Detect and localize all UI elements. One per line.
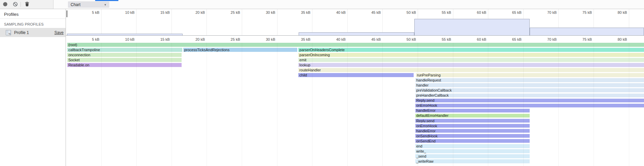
gridline — [172, 43, 172, 166]
ruler-tick-label: 45 kB — [363, 37, 381, 41]
toolbar-separator — [21, 2, 21, 7]
ruler-tick-label: 10 kB — [117, 37, 135, 41]
sidebar-section-label: SAMPLING PROFILES — [4, 22, 44, 26]
flame-frame[interactable]: Socket — [67, 58, 182, 62]
flame-chart[interactable]: (root)callbackTrampolineprocessTicksAndR… — [66, 43, 644, 166]
ruler-tick-label: 50 kB — [399, 10, 416, 14]
flame-frame[interactable]: lookup — [298, 63, 644, 67]
flame-frame[interactable]: _writeRaw — [415, 159, 530, 163]
flame-frame[interactable]: onconnection — [67, 53, 182, 57]
flame-frame[interactable]: _send — [415, 154, 530, 158]
profile-name: Profile 1 — [14, 30, 54, 35]
overview-area-step — [299, 32, 414, 36]
ruler-tick-label: 80 kB — [610, 10, 627, 14]
flame-frame[interactable]: preValidationCallback — [415, 88, 644, 92]
chevron-down-icon: ▼ — [104, 3, 107, 6]
flame-frame[interactable]: handleRequest — [415, 78, 644, 82]
gridline — [594, 43, 594, 166]
flame-frame[interactable]: Reply.send — [415, 119, 530, 123]
ruler-tick-label: 75 kB — [574, 10, 592, 14]
flame-frame[interactable]: Readable.on — [67, 63, 182, 67]
gridline — [347, 9, 348, 35]
delete-button[interactable] — [24, 2, 30, 7]
clear-button[interactable] — [12, 2, 18, 7]
gridline — [136, 43, 137, 166]
chart-mode-value: Chart — [71, 2, 80, 7]
sidebar: Profiles SAMPLING PROFILES % Profile 1 S… — [0, 9, 66, 166]
flame-frame[interactable]: defaultErrorHandler — [415, 114, 530, 118]
gridline — [101, 9, 102, 35]
gridline — [242, 43, 242, 166]
gridline — [523, 43, 524, 166]
record-button[interactable] — [2, 2, 8, 7]
memory-profiler-panel: Chart ▼ Profiles SAMPLING PROFILES % Pro… — [0, 0, 644, 166]
save-link[interactable]: Save — [54, 30, 64, 35]
flame-frame[interactable]: onErrorHook — [415, 124, 530, 128]
ruler-tick-label: 50 kB — [399, 37, 416, 41]
panel-top-accent-bar — [95, 0, 118, 1]
flame-frame[interactable]: callbackTrampoline — [67, 48, 182, 52]
flame-frame[interactable]: (root) — [67, 43, 644, 47]
ruler-tick-label: 25 kB — [223, 10, 240, 14]
flame-frame[interactable]: processTicksAndRejections — [183, 48, 297, 52]
gridline — [382, 9, 383, 35]
flame-frame[interactable]: write_ — [415, 149, 530, 153]
flame-frame[interactable]: parserOnHeadersComplete — [298, 48, 644, 52]
chart-mode-select[interactable]: Chart ▼ — [68, 1, 109, 8]
gridline — [136, 9, 137, 35]
flame-frame[interactable]: runPreParsing — [416, 73, 644, 77]
ruler-tick-label: 60 kB — [469, 10, 486, 14]
overview-drag-handle[interactable] — [67, 10, 67, 17]
sidebar-divider — [0, 19, 66, 19]
ruler-tick-label: 25 kB — [223, 37, 240, 41]
toolbar: Chart ▼ — [0, 0, 644, 9]
flame-frame[interactable]: onSendEnd — [415, 139, 530, 143]
flame-frame[interactable]: handler — [415, 83, 644, 87]
chart-pane: 5 kB10 kB15 kB20 kB25 kB30 kB35 kB40 kB4… — [66, 9, 644, 166]
gridline — [101, 43, 102, 166]
ruler-tick-label: 15 kB — [152, 10, 170, 14]
block-icon — [13, 2, 18, 8]
overview-area-step — [530, 28, 644, 36]
gridline — [242, 9, 242, 35]
overview-area-step — [414, 19, 530, 36]
gridline — [312, 9, 312, 35]
ruler-tick-label: 70 kB — [539, 37, 557, 41]
flame-frame[interactable]: parserOnIncoming — [298, 53, 644, 57]
sidebar-title: Profiles — [4, 12, 18, 17]
gridline — [347, 43, 348, 166]
gridline — [206, 43, 207, 166]
overview-pane[interactable]: 5 kB10 kB15 kB20 kB25 kB30 kB35 kB40 kB4… — [66, 9, 644, 36]
gridline — [418, 43, 418, 166]
ruler-tick-label: 20 kB — [187, 10, 205, 14]
flame-frame[interactable]: emit — [298, 58, 644, 62]
flame-frame[interactable]: handleError — [415, 129, 530, 133]
flame-frame[interactable]: onErrorHook — [415, 104, 644, 108]
ruler-tick-label: 35 kB — [293, 37, 310, 41]
flame-frame[interactable]: child — [298, 73, 414, 77]
ruler-tick-label: 40 kB — [328, 10, 346, 14]
ruler-tick-label: 55 kB — [434, 37, 451, 41]
ruler-tick-label: 35 kB — [293, 10, 310, 14]
ruler-tick-label: 5 kB — [82, 37, 100, 41]
flame-frame[interactable]: Reply.send — [415, 99, 644, 103]
ruler-tick-label: 15 kB — [152, 37, 170, 41]
ruler-tick-label: 40 kB — [328, 37, 346, 41]
flame-frame[interactable]: onSendHook — [415, 134, 530, 138]
flame-frame[interactable]: preHandlerCallback — [415, 94, 644, 98]
flame-frame[interactable]: end — [415, 144, 530, 148]
profile-list-item[interactable]: % Profile 1 Save — [0, 28, 66, 37]
flame-frame[interactable]: handleError — [415, 109, 530, 113]
ruler-tick-label: 65 kB — [504, 37, 522, 41]
trash-icon — [25, 1, 30, 8]
gridline — [277, 43, 277, 166]
ruler-tick-label: 70 kB — [539, 10, 557, 14]
svg-text:%: % — [8, 33, 10, 35]
gridline — [172, 9, 172, 35]
ruler-tick-label: 80 kB — [610, 37, 627, 41]
gridline — [277, 9, 277, 35]
ruler-tick-label: 45 kB — [363, 10, 381, 14]
flame-ruler: 5 kB10 kB15 kB20 kB25 kB30 kB35 kB40 kB4… — [66, 36, 644, 43]
flame-frame[interactable]: routeHandler — [298, 68, 644, 72]
gridline — [453, 43, 453, 166]
